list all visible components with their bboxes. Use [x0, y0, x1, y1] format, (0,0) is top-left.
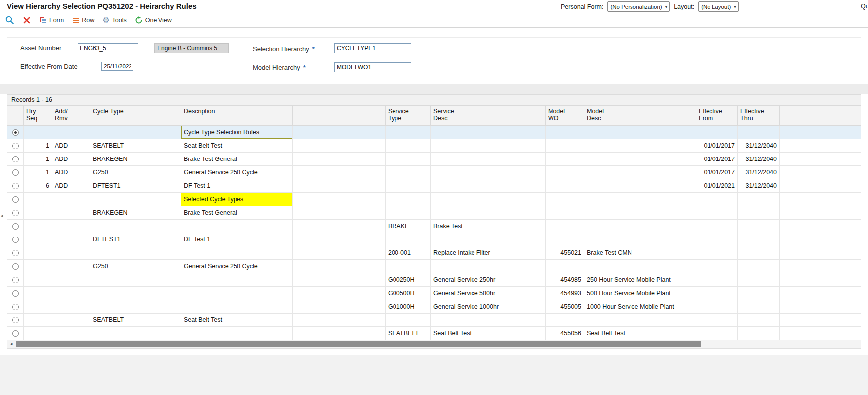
row-select-radio[interactable] — [12, 250, 19, 256]
cell-hry-seq — [24, 206, 52, 220]
close-button[interactable] — [23, 16, 31, 24]
row-select-radio[interactable] — [12, 317, 19, 323]
row-select-radio[interactable] — [12, 129, 19, 136]
scroll-left-button[interactable]: ◄ — [7, 340, 15, 348]
column-header-model_wo[interactable]: Model WO — [546, 106, 584, 126]
cell-cycle-type — [90, 327, 181, 340]
row-select-cell[interactable] — [7, 220, 24, 233]
cell-service-type — [386, 314, 431, 327]
cell-blank — [293, 166, 386, 179]
grid-row[interactable]: G00500H General Service 500hr 454993 500… — [7, 287, 861, 300]
left-edge-scroll-handle[interactable]: ◄ — [0, 212, 4, 221]
selection-hierarchy-label: Selection Hierarchy* — [253, 45, 315, 53]
column-header-description[interactable]: Description — [181, 106, 293, 126]
row-select-cell[interactable] — [7, 206, 24, 220]
row-select-cell[interactable] — [7, 314, 24, 327]
row-select-cell[interactable] — [7, 300, 24, 314]
row-select-radio[interactable] — [12, 277, 19, 283]
grid-row[interactable]: 1 ADD SEATBELT Seat Belt Test 01/01/2017… — [7, 139, 861, 153]
column-header-cycle_type[interactable]: Cycle Type — [90, 106, 181, 126]
model-hierarchy-input[interactable] — [334, 62, 411, 72]
row-select-cell[interactable] — [7, 233, 24, 246]
grid-row[interactable]: BRAKEGEN Brake Test General — [7, 206, 861, 220]
row-select-cell[interactable] — [7, 139, 24, 153]
row-select-radio[interactable] — [12, 196, 19, 203]
find-button[interactable] — [5, 15, 15, 25]
column-header-add_rmv[interactable]: Add/ Rmv — [52, 106, 90, 126]
scrollbar-thumb[interactable] — [16, 341, 701, 347]
grid-row[interactable]: Cycle Type Selection Rules — [7, 126, 861, 139]
form-menu[interactable]: Form — [39, 16, 64, 24]
row-select-cell[interactable] — [7, 273, 24, 287]
cell-effective-thru — [738, 233, 780, 246]
cell-hry-seq — [24, 314, 52, 327]
grid-row[interactable]: G250 General Service 250 Cycle — [7, 260, 861, 273]
asset-number-input[interactable] — [78, 43, 138, 53]
grid-row[interactable]: SEATBELT Seat Belt Test — [7, 314, 861, 327]
grid-horizontal-scrollbar[interactable]: ◄ — [7, 340, 861, 349]
cell-hry-seq — [24, 220, 52, 233]
cell-effective-thru — [738, 126, 780, 139]
row-menu[interactable]: Row — [72, 16, 94, 24]
row-select-radio[interactable] — [12, 183, 19, 189]
column-header-hry_seq[interactable]: Hry Seq — [24, 106, 52, 126]
row-select-cell[interactable] — [7, 287, 24, 300]
cell-filler — [780, 220, 861, 233]
layout-select[interactable]: (No Layout) ▾ — [698, 1, 739, 12]
row-select-cell[interactable] — [7, 153, 24, 166]
cell-effective-from: 01/01/2017 — [696, 139, 738, 153]
cell-model-desc: 250 Hour Service Mobile Plant — [584, 273, 696, 287]
row-select-radio[interactable] — [12, 143, 19, 149]
grid-row[interactable]: DFTEST1 DF Test 1 — [7, 233, 861, 246]
selection-hierarchy-input[interactable] — [334, 43, 411, 53]
column-header-service_desc[interactable]: Service Desc — [431, 106, 546, 126]
row-select-cell[interactable] — [7, 193, 24, 206]
cell-description — [181, 246, 293, 260]
grid-row[interactable]: G00250H General Service 250hr 454985 250… — [7, 273, 861, 287]
cell-blank — [293, 260, 386, 273]
cell-model-wo — [546, 126, 584, 139]
personal-form-select[interactable]: (No Personalization) ▾ — [607, 1, 670, 12]
queries-link[interactable]: Que — [861, 3, 868, 10]
grid-row[interactable]: BRAKE Brake Test — [7, 220, 861, 233]
column-header-eff_thru[interactable]: Effective Thru — [738, 106, 780, 126]
row-select-cell[interactable] — [7, 126, 24, 139]
row-select-cell[interactable] — [7, 260, 24, 273]
cell-effective-thru — [738, 314, 780, 327]
grid-row[interactable]: SEATBELT Seat Belt Test 455056 Seat Belt… — [7, 327, 861, 340]
row-select-cell[interactable] — [7, 327, 24, 340]
grid-row[interactable]: G01000H General Service 1000hr 455005 10… — [7, 300, 861, 314]
row-select-radio[interactable] — [12, 169, 19, 176]
cell-blank — [293, 233, 386, 246]
row-select-radio[interactable] — [12, 290, 19, 297]
cell-model-desc — [584, 153, 696, 166]
cell-description: Cycle Type Selection Rules — [181, 126, 293, 139]
row-select-radio[interactable] — [12, 237, 19, 243]
row-select-radio[interactable] — [12, 263, 19, 270]
cell-hry-seq — [24, 233, 52, 246]
cell-model-desc: 500 Hour Service Mobile Plant — [584, 287, 696, 300]
grid-row[interactable]: 1 ADD BRAKEGEN Brake Test General 01/01/… — [7, 153, 861, 166]
row-select-cell[interactable] — [7, 246, 24, 260]
row-select-radio[interactable] — [12, 210, 19, 216]
tools-menu[interactable]: ⚙ Tools — [102, 16, 127, 24]
effective-from-date-input[interactable] — [101, 62, 133, 71]
grid-row[interactable]: 200-001 Replace Intake Filter 455021 Bra… — [7, 246, 861, 260]
row-select-cell[interactable] — [7, 179, 24, 193]
cell-hry-seq — [24, 193, 52, 206]
column-header-service_type[interactable]: Service Type — [386, 106, 431, 126]
grid-row[interactable]: Selected Cycle Types — [7, 193, 861, 206]
row-select-radio[interactable] — [12, 330, 19, 337]
column-header-model_desc[interactable]: Model Desc — [584, 106, 696, 126]
row-select-cell[interactable] — [7, 166, 24, 179]
row-select-radio[interactable] — [12, 156, 19, 162]
cell-blank — [293, 314, 386, 327]
model-hierarchy-label: Model Hierarchy* — [253, 64, 306, 71]
grid-row[interactable]: 1 ADD G250 General Service 250 Cycle 01/… — [7, 166, 861, 179]
one-view-menu[interactable]: One View — [135, 16, 172, 24]
cell-filler — [780, 139, 861, 153]
row-select-radio[interactable] — [12, 304, 19, 310]
row-select-radio[interactable] — [12, 223, 19, 230]
column-header-eff_from[interactable]: Effective From — [696, 106, 738, 126]
grid-row[interactable]: 6 ADD DFTEST1 DF Test 1 01/01/2021 31/12… — [7, 179, 861, 193]
